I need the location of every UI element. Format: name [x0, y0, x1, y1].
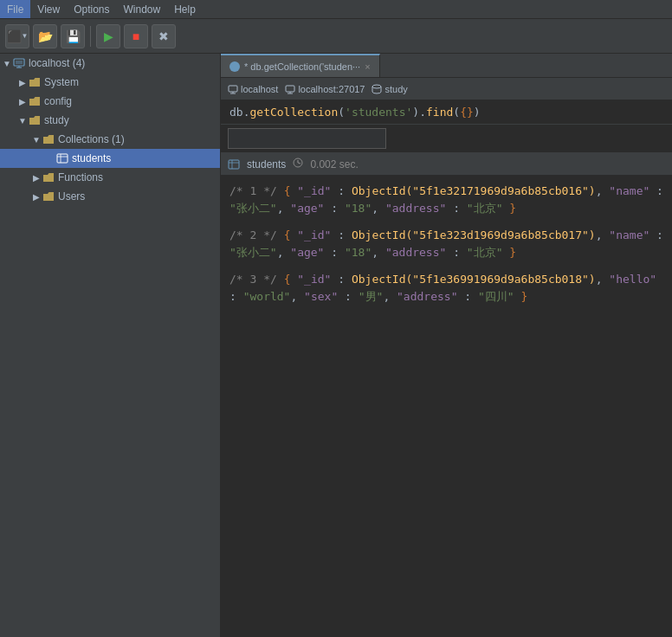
db-label: study [384, 84, 407, 94]
tree-node-students[interactable]: ▶ students [0, 149, 220, 168]
query-tab[interactable]: * db.getCollection('studen··· × [221, 54, 380, 77]
right-panel: * db.getCollection('studen··· × localhos… [221, 54, 672, 637]
result-value: ObjectId("5f1e323d1969d9a6b85cb017") [352, 228, 596, 241]
result-open-brace: { [284, 273, 291, 286]
open-folder-button[interactable]: 📂 [33, 24, 57, 48]
menu-options[interactable]: Options [67, 0, 116, 18]
query-getcollection-kw: getCollection [249, 106, 338, 119]
result-key: "address" [397, 290, 457, 303]
refresh-icon: ✖ [158, 29, 169, 43]
result-value: "北京" [467, 246, 503, 259]
stop-button[interactable]: ■ [124, 24, 148, 48]
menu-view[interactable]: View [30, 0, 67, 18]
main-layout: ▼ localhost (4) ▶ System ▶ config ▼ [0, 54, 672, 637]
host-label: localhost [241, 84, 278, 94]
query-find-arg: {} [460, 106, 474, 119]
result-key: "hello" [609, 273, 656, 286]
folder-config-icon [28, 94, 42, 108]
expand-arrow-functions: ▶ [31, 172, 42, 183]
port-icon [285, 84, 295, 94]
tree-node-system[interactable]: ▶ System [0, 73, 220, 92]
run-icon: ▶ [104, 29, 113, 43]
result-block: /* 2 */ { "_id" : ObjectId("5f1e323d1969… [229, 227, 663, 261]
result-comment: /* 1 */ [229, 184, 277, 197]
port-label: localhost:27017 [298, 84, 365, 94]
connection-bar: localhost localhost:27017 study [221, 78, 672, 100]
query-input-area [221, 125, 672, 153]
tab-label: * db.getCollection('studen··· [244, 61, 360, 72]
expand-arrow-study: ▼ [17, 115, 28, 125]
toolbar-separator-1 [90, 26, 91, 47]
folder-functions-icon [42, 171, 55, 184]
svg-rect-7 [229, 86, 237, 92]
expand-arrow-system: ▶ [17, 77, 28, 87]
result-key: "_id" [297, 228, 331, 241]
tree-node-study[interactable]: ▼ study [0, 111, 220, 130]
sidebar: ▼ localhost (4) ▶ System ▶ config ▼ [0, 54, 221, 637]
tree-node-collections[interactable]: ▼ Collections (1) [0, 130, 220, 149]
folder-users-icon [42, 190, 55, 203]
result-block: /* 3 */ { "_id" : ObjectId("5f1e36991969… [229, 271, 663, 305]
collections-label: Collections (1) [58, 133, 125, 145]
toolbar: ⬛ ▼ 📂 💾 ▶ ■ ✖ [0, 19, 672, 54]
result-value: ObjectId("5f1e36991969d9a6b85cb018") [352, 273, 596, 286]
result-key: "name" [609, 184, 649, 197]
menu-window[interactable]: Window [117, 0, 168, 18]
expand-arrow-users: ▶ [31, 191, 42, 202]
menu-help[interactable]: Help [167, 0, 203, 18]
query-input[interactable] [228, 128, 386, 149]
result-comment: /* 3 */ [229, 273, 277, 286]
table-students-icon [55, 151, 69, 165]
save-icon: 💾 [66, 29, 81, 43]
tree-node-localhost[interactable]: ▼ localhost (4) [0, 54, 220, 73]
tree-node-users[interactable]: ▶ Users [0, 187, 220, 206]
menubar: File View Options Window Help [0, 0, 672, 19]
result-key: "address" [385, 246, 446, 259]
tree-node-functions[interactable]: ▶ Functions [0, 168, 220, 187]
query-find-kw: find [426, 106, 453, 119]
server-icon [12, 56, 26, 70]
config-label: config [44, 95, 72, 107]
result-value: "张小二" [229, 202, 277, 215]
svg-point-13 [372, 85, 381, 88]
menu-file[interactable]: File [0, 0, 30, 18]
dropdown-button[interactable]: ⬛ ▼ [5, 24, 29, 48]
study-label: study [44, 114, 69, 126]
result-open-brace: { [284, 184, 291, 197]
tab-close-button[interactable]: × [365, 61, 370, 72]
result-key: "sex" [304, 290, 338, 303]
query-command-area: db.getCollection('students').find({}) [221, 100, 672, 125]
dropdown-icon: ⬛ [7, 29, 22, 43]
conn-db: study [372, 84, 407, 94]
result-block: /* 1 */ { "_id" : ObjectId("5f1e32171969… [229, 183, 663, 216]
results-time-icon [293, 158, 303, 171]
folder-collections-icon [42, 132, 55, 146]
result-close-brace: } [509, 246, 516, 259]
expand-arrow-config: ▶ [17, 96, 28, 106]
expand-arrow-collections: ▼ [31, 134, 42, 145]
result-key: "address" [385, 202, 446, 215]
db-icon [372, 84, 382, 94]
result-value: "18" [345, 246, 372, 259]
result-close-brace: } [509, 202, 516, 215]
conn-host: localhost [228, 84, 278, 94]
folder-system-icon [28, 75, 42, 89]
results-collection-label: students [247, 158, 286, 171]
refresh-button[interactable]: ✖ [152, 24, 176, 48]
result-comment: /* 2 */ [229, 228, 277, 241]
result-close-brace: } [520, 290, 527, 303]
folder-study-icon [28, 113, 42, 127]
tree-node-config[interactable]: ▶ config [0, 92, 220, 111]
results-content[interactable]: /* 1 */ { "_id" : ObjectId("5f1e32171969… [221, 176, 672, 637]
result-value: "男" [359, 290, 384, 303]
students-label: students [72, 152, 111, 164]
save-button[interactable]: 💾 [61, 24, 85, 48]
users-label: Users [58, 190, 85, 203]
result-key: "name" [609, 228, 649, 241]
query-collection-name: 'students' [345, 106, 412, 119]
table-results-icon [228, 158, 240, 171]
run-button[interactable]: ▶ [96, 24, 120, 48]
result-key: "_id" [297, 273, 331, 286]
svg-rect-10 [286, 86, 294, 92]
results-bar: students 0.002 sec. [221, 153, 672, 176]
